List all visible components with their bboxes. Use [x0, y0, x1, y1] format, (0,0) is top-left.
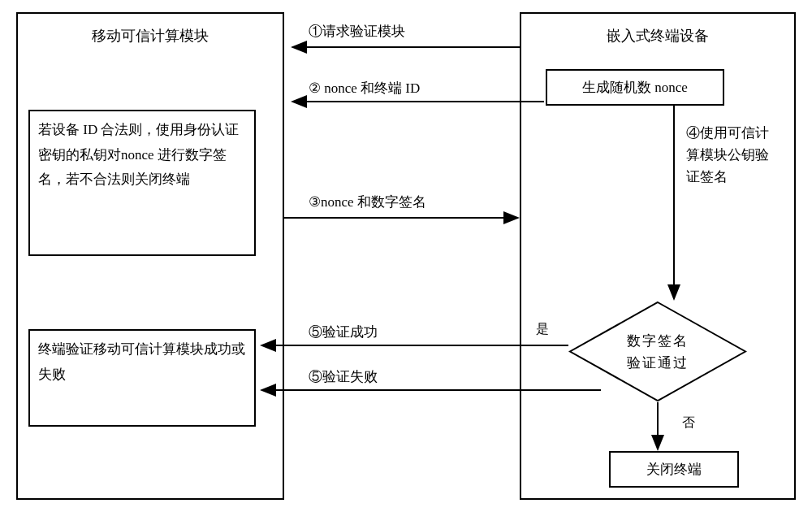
close-terminal-text: 关闭终端	[646, 462, 702, 477]
step2-label: ② nonce 和终端 ID	[309, 77, 420, 99]
left-module-container: 移动可信计算模块	[16, 12, 284, 500]
verify-result-text: 终端验证移动可信计算模块成功或失败	[38, 341, 245, 382]
generate-nonce-box: 生成随机数 nonce	[546, 69, 724, 106]
step4-line2: 算模块公钥验	[686, 147, 769, 163]
verify-result-box: 终端验证移动可信计算模块成功或失败	[28, 329, 256, 427]
verify-id-sign-text: 若设备 ID 合法则，使用身份认证密钥的私钥对nonce 进行数字签名，若不合法…	[38, 122, 239, 187]
diamond-line2: 验证通过	[627, 355, 689, 371]
diamond-text: 数字签名 验证通过	[627, 329, 689, 373]
step4-label: ④使用可信计 算模块公钥验 证签名	[686, 122, 769, 189]
close-terminal-box: 关闭终端	[609, 451, 739, 488]
step4-line3: 证签名	[686, 169, 728, 184]
step4-line1: ④使用可信计	[686, 125, 769, 141]
step1-label: ①请求验证模块	[309, 20, 405, 42]
no-label: 否	[682, 414, 695, 432]
step3-label: ③nonce 和数字签名	[309, 191, 426, 213]
yes-label: 是	[536, 321, 549, 338]
generate-nonce-text: 生成随机数 nonce	[582, 80, 688, 95]
verify-id-sign-box: 若设备 ID 合法则，使用身份认证密钥的私钥对nonce 进行数字签名，若不合法…	[28, 110, 256, 256]
step5-success-label: ⑤验证成功	[309, 321, 378, 343]
left-title: 移动可信计算模块	[18, 14, 283, 58]
diamond-line1: 数字签名	[627, 332, 689, 348]
right-title: 嵌入式终端设备	[521, 14, 794, 58]
step5-fail-label: ⑤验证失败	[309, 366, 378, 388]
signature-verify-decision: 数字签名 验证通过	[568, 301, 747, 402]
